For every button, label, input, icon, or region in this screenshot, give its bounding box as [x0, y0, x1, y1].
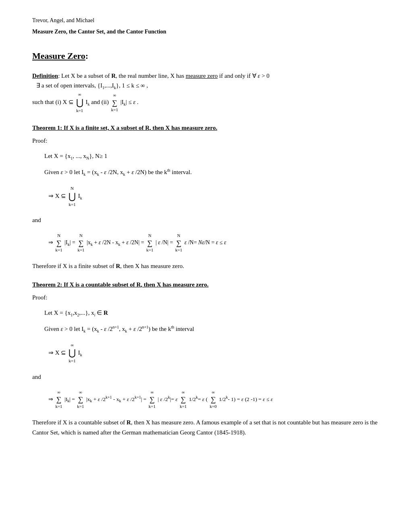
sum1-1: N ∑ k=1: [56, 232, 62, 254]
therefore-2-block: Therefore if X is a countable subset of …: [32, 418, 379, 438]
theorem2-title: Theorem 2: If X is a countable subset of…: [32, 280, 379, 289]
sum2-3: ∞ ∑ k=1: [149, 389, 156, 410]
therefore-1: Therefore if X is a finite subset of R, …: [32, 261, 379, 271]
definition-line3: such that (i) X ⊆ ∞ ⋃ k=1 Ik and (ii) ∞ …: [32, 91, 379, 114]
definition-block: Definition: Let X be a subset of R, the …: [32, 71, 379, 114]
union-symbol-def: ∞ ⋃ k=1: [76, 91, 83, 114]
implies-union-1: ⇒ X ⊆ N ⋃ k=1 Ik: [48, 185, 379, 208]
given-line-2: Given ε > 0 let Ik = (xk - ε /2n+1, xk +…: [44, 324, 379, 335]
definition-line1: Definition: Let X be a subset of R, the …: [32, 71, 379, 81]
document-title: Measure Zero, the Cantor Set, and the Ca…: [32, 27, 379, 36]
doc-title-text: Measure Zero, the Cantor Set, and the Ca…: [32, 29, 166, 35]
section-title: Measure Zero: [32, 51, 85, 61]
union-block-2: ∞ ⋃ k=1: [68, 342, 76, 365]
sum-equation-2: ⇒ ∞ ∑ k=1 |Ik| = ∞ ∑ k=1 |xk + ε /2k+1 -…: [48, 389, 379, 410]
let-line-1: Let X = {x1, ..., xN}, N≥ 1: [44, 151, 379, 162]
and-label-2: and: [32, 372, 379, 382]
sum1-2: N ∑ k=1: [77, 232, 84, 254]
let-line-2: Let X = {x1,x2,...}, xi ∈ R: [44, 308, 379, 318]
union-block-1: N ⋃ k=1: [68, 185, 76, 208]
sum2-5: ∞ ∑ k=0: [210, 389, 217, 410]
given-line-1: Given ε > 0 let Ik = (xk - ε /2N, xk + ε…: [44, 167, 379, 178]
definition-label: Definition: [32, 73, 58, 79]
sum2-1: ∞ ∑ k=1: [55, 389, 62, 410]
sum2-2: ∞ ∑ k=1: [77, 389, 84, 410]
definition-line2: ∃ a set of open intervals, {I1,...,Ik}, …: [36, 81, 379, 91]
sum-equation-1: ⇒ N ∑ k=1 |Ik| = N ∑ k=1 |xk + ε /2N - x…: [48, 232, 379, 254]
authors-text: Trevor, Angel, and Michael: [32, 17, 94, 23]
sum1-4: N ∑ k=1: [175, 232, 182, 254]
sum1-3: N ∑ k=1: [146, 232, 153, 254]
authors-line: Trevor, Angel, and Michael: [32, 16, 379, 25]
sum-symbol-def: ∞ ∑ k=1: [111, 92, 118, 113]
proof2-label: Proof:: [32, 293, 379, 302]
theorem1-title: Theorem 1: If X is a finite set, X a sub…: [32, 123, 379, 133]
sum2-4: ∞ ∑ k=1: [180, 389, 187, 410]
proof1-label: Proof:: [32, 136, 379, 145]
and-label-1: and: [32, 215, 379, 225]
implies-union-2: ⇒ X ⊆ ∞ ⋃ k=1 Ik: [48, 342, 379, 365]
